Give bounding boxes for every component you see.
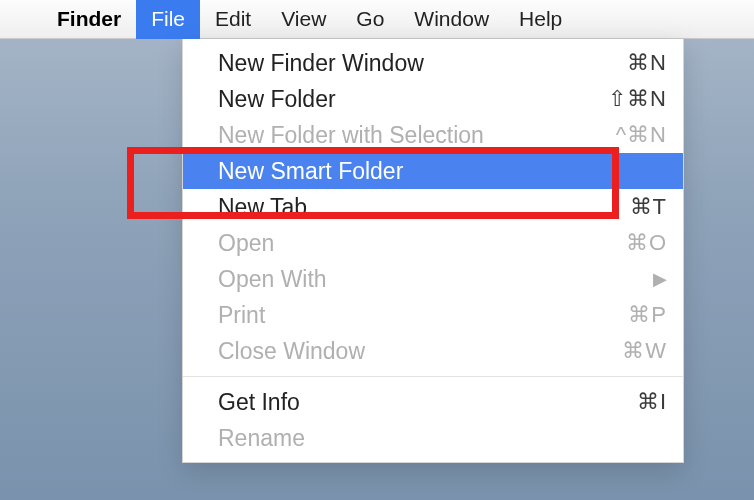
menu-item-label: New Tab [218, 194, 630, 221]
menu-item-shortcut: ⌘P [628, 302, 667, 328]
menubar-item-go[interactable]: Go [341, 0, 399, 39]
menu-item-label: Open [218, 230, 626, 257]
menubar-item-file[interactable]: File [136, 0, 200, 39]
menu-item-open-with: Open With ▶ [183, 261, 683, 297]
menu-item-new-folder-with-selection: New Folder with Selection ^⌘N [183, 117, 683, 153]
menu-item-shortcut: ⌘I [637, 389, 667, 415]
menu-item-open: Open ⌘O [183, 225, 683, 261]
menu-item-label: Close Window [218, 338, 622, 365]
menu-item-label: Get Info [218, 389, 637, 416]
menu-item-shortcut: ⌘O [626, 230, 667, 256]
menubar-item-window[interactable]: Window [399, 0, 504, 39]
menu-item-shortcut: ⇧⌘N [608, 86, 667, 112]
menu-item-close-window: Close Window ⌘W [183, 333, 683, 369]
menu-item-shortcut: ^⌘N [616, 122, 667, 148]
menu-item-rename: Rename [183, 420, 683, 456]
menu-item-shortcut: ⌘N [627, 50, 667, 76]
menu-item-shortcut: ⌘W [622, 338, 667, 364]
menubar-item-edit[interactable]: Edit [200, 0, 266, 39]
menu-item-label: New Folder [218, 86, 608, 113]
menu-item-label: Print [218, 302, 628, 329]
menu-item-new-smart-folder[interactable]: New Smart Folder [183, 153, 683, 189]
menu-item-label: Open With [218, 266, 653, 293]
submenu-arrow-icon: ▶ [653, 268, 667, 290]
menu-item-label: New Finder Window [218, 50, 627, 77]
menubar-app-name[interactable]: Finder [42, 0, 136, 39]
menu-item-new-folder[interactable]: New Folder ⇧⌘N [183, 81, 683, 117]
file-menu-dropdown: New Finder Window ⌘N New Folder ⇧⌘N New … [182, 39, 684, 463]
menu-item-new-finder-window[interactable]: New Finder Window ⌘N [183, 45, 683, 81]
menu-item-shortcut: ⌘T [630, 194, 667, 220]
menu-item-print: Print ⌘P [183, 297, 683, 333]
menubar: Finder File Edit View Go Window Help [0, 0, 754, 39]
menubar-item-help[interactable]: Help [504, 0, 577, 39]
menu-separator [183, 376, 683, 377]
menu-item-label: New Smart Folder [218, 158, 667, 185]
menubar-item-view[interactable]: View [266, 0, 341, 39]
menu-item-label: New Folder with Selection [218, 122, 616, 149]
menu-item-label: Rename [218, 425, 667, 452]
menu-item-new-tab[interactable]: New Tab ⌘T [183, 189, 683, 225]
menu-item-get-info[interactable]: Get Info ⌘I [183, 384, 683, 420]
